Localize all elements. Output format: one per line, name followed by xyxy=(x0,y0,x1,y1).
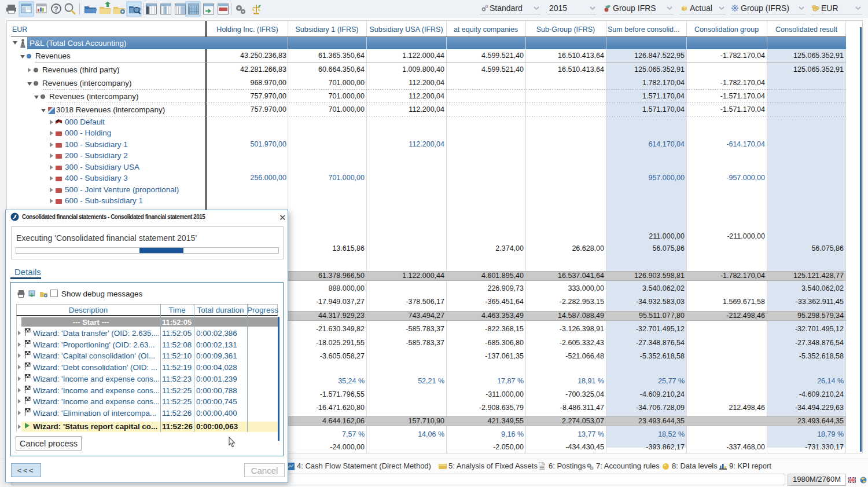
svg-text:?: ? xyxy=(54,5,58,13)
